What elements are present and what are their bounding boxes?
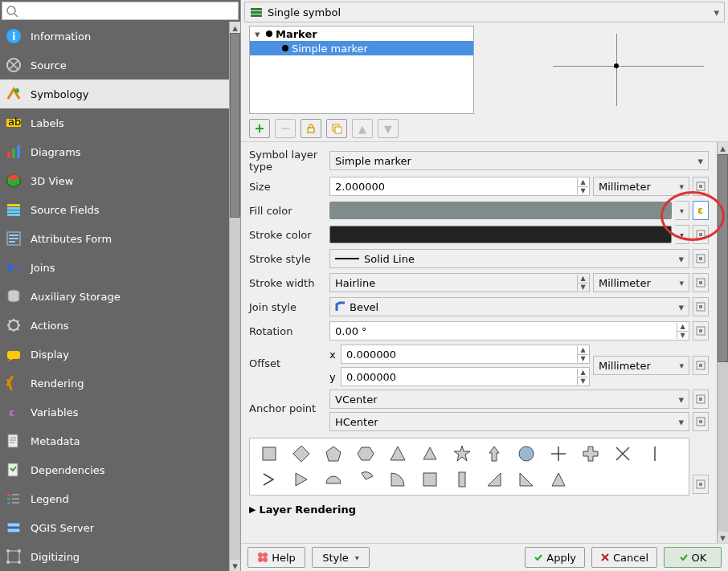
sidebar-item-labels[interactable]: abcLabels xyxy=(0,108,229,137)
lock-layer-button[interactable] xyxy=(301,119,321,138)
shape-arrowhead-fill[interactable] xyxy=(290,469,313,490)
sidebar-search[interactable] xyxy=(2,2,239,20)
fill-color-data-defined-button[interactable]: ε xyxy=(693,201,709,220)
search-input[interactable] xyxy=(18,5,235,17)
svg-rect-71 xyxy=(699,364,702,367)
move-down-button[interactable]: ▼ xyxy=(378,119,399,138)
ok-button[interactable]: OK xyxy=(664,547,722,568)
shape-triangle[interactable] xyxy=(386,443,409,464)
shape-circle-selected[interactable] xyxy=(515,443,538,464)
svg-rect-35 xyxy=(7,494,10,496)
add-layer-button[interactable] xyxy=(249,119,270,138)
stroke-style-select[interactable]: Solid Line▾ xyxy=(329,249,689,268)
shape-cross[interactable] xyxy=(547,443,570,464)
shape-pentagon[interactable] xyxy=(322,443,345,464)
anchor-h-select[interactable]: HCenter▾ xyxy=(329,412,689,431)
display-icon xyxy=(5,345,22,363)
help-button[interactable]: Help xyxy=(247,547,305,568)
shape-halfsquare[interactable] xyxy=(451,469,473,490)
stroke-color-dropdown[interactable]: ▾ xyxy=(675,225,689,244)
rotation-spin[interactable]: 0.00 ° ▲▼ xyxy=(329,321,689,341)
spin-buttons[interactable]: ▲▼ xyxy=(577,369,588,385)
tree-row-simple-marker[interactable]: Simple marker xyxy=(250,41,473,55)
shape-diag-half[interactable] xyxy=(483,469,505,490)
shape-line[interactable] xyxy=(644,443,666,464)
sidebar-item-auxiliary-storage[interactable]: Auxiliary Storage xyxy=(0,282,229,311)
rotation-data-defined-button[interactable] xyxy=(693,321,709,341)
sidebar-item-actions[interactable]: Actions xyxy=(0,311,229,340)
data-defined-icon xyxy=(695,479,706,490)
sidebar-item-source-fields[interactable]: Source Fields xyxy=(0,195,229,224)
shape-arrowhead[interactable] xyxy=(258,469,280,490)
offset-data-defined-button[interactable] xyxy=(693,356,709,375)
shape-quartersquare[interactable] xyxy=(419,469,441,490)
spin-buttons[interactable]: ▲▼ xyxy=(577,275,588,291)
remove-layer-button[interactable] xyxy=(275,119,296,138)
size-unit-select[interactable]: Millimeter▾ xyxy=(593,177,689,196)
properties-scrollbar[interactable]: ▴ ▾ xyxy=(717,142,728,543)
bevel-icon xyxy=(335,301,346,312)
join-style-data-defined-button[interactable] xyxy=(693,297,709,316)
shape-quartercircle[interactable] xyxy=(386,469,409,490)
size-spin[interactable]: 2.000000 ▲▼ xyxy=(329,177,590,196)
sidebar-item-attributes-form[interactable]: Attributes Form xyxy=(0,224,229,253)
stroke-style-data-defined-button[interactable] xyxy=(693,249,709,268)
sidebar-item-metadata[interactable]: Metadata xyxy=(0,426,229,455)
layer-rendering-toggle[interactable]: ▶ Layer Rendering xyxy=(249,504,709,516)
sidebar-item-digitizing[interactable]: Digitizing xyxy=(0,542,229,571)
sidebar-scrollbar[interactable]: ▴ ▾ xyxy=(229,22,240,571)
anchor-v-data-defined-button[interactable] xyxy=(693,390,709,409)
sidebar-item-legend[interactable]: Legend xyxy=(0,484,229,513)
size-data-defined-button[interactable] xyxy=(693,177,709,196)
sidebar-item-source[interactable]: Source xyxy=(0,51,229,80)
offset-x-spin[interactable]: 0.000000 ▲▼ xyxy=(341,345,590,364)
sidebar-item-3d-view[interactable]: 3D View xyxy=(0,166,229,195)
duplicate-layer-button[interactable] xyxy=(326,119,347,138)
sidebar-item-dependencies[interactable]: Dependencies xyxy=(0,455,229,484)
stroke-color-data-defined-button[interactable] xyxy=(693,225,709,244)
shape-semicircle[interactable] xyxy=(322,469,345,490)
shape-x[interactable] xyxy=(611,443,634,464)
sidebar-item-rendering[interactable]: Rendering xyxy=(0,369,229,398)
anchor-h-data-defined-button[interactable] xyxy=(693,412,709,431)
shape-hexagon[interactable] xyxy=(354,443,377,464)
symbol-layer-tree[interactable]: ▾ Marker Simple marker xyxy=(249,26,474,114)
style-button[interactable]: Style▾ xyxy=(312,547,370,568)
offset-y-spin[interactable]: 0.000000 ▲▼ xyxy=(341,367,590,386)
shape-cross-fill[interactable] xyxy=(579,443,602,464)
sidebar-item-information[interactable]: iInformation xyxy=(0,22,229,51)
shape-diamond[interactable] xyxy=(290,443,313,464)
spin-buttons[interactable]: ▲▼ xyxy=(577,178,588,194)
sidebar-item-display[interactable]: Display xyxy=(0,340,229,369)
shape-data-defined-button[interactable] xyxy=(693,475,709,494)
symbol-layer-type-select[interactable]: Simple marker▾ xyxy=(329,151,709,170)
stroke-color-button[interactable] xyxy=(329,226,672,243)
stroke-width-spin[interactable]: Hairline ▲▼ xyxy=(329,273,590,292)
stroke-width-data-defined-button[interactable] xyxy=(693,273,709,292)
shape-star[interactable] xyxy=(451,443,473,464)
apply-button[interactable]: Apply xyxy=(525,547,585,568)
move-up-button[interactable]: ▲ xyxy=(352,119,373,138)
sidebar-item-qgis-server[interactable]: QGIS Server xyxy=(0,513,229,542)
join-style-select[interactable]: Bevel▾ xyxy=(329,297,689,316)
spin-buttons[interactable]: ▲▼ xyxy=(677,323,688,339)
shape-square[interactable] xyxy=(258,443,280,464)
shape-thirdcircle[interactable] xyxy=(354,469,377,490)
shape-arrow[interactable] xyxy=(483,443,505,464)
shape-left-half[interactable] xyxy=(547,469,570,490)
stroke-width-unit-select[interactable]: Millimeter▾ xyxy=(593,273,689,292)
tree-row-marker[interactable]: ▾ Marker xyxy=(250,27,473,41)
cancel-button[interactable]: Cancel xyxy=(591,547,657,568)
fill-color-button[interactable] xyxy=(329,202,672,219)
sidebar-item-symbology[interactable]: Symbology xyxy=(0,80,229,108)
shape-right-half[interactable] xyxy=(515,469,538,490)
spin-buttons[interactable]: ▲▼ xyxy=(577,346,588,362)
sidebar-item-diagrams[interactable]: Diagrams xyxy=(0,137,229,166)
shape-equilateral[interactable] xyxy=(419,443,441,464)
fill-color-dropdown[interactable]: ▾ xyxy=(675,201,689,220)
sidebar-item-variables[interactable]: εVariables xyxy=(0,398,229,426)
sidebar-item-joins[interactable]: Joins xyxy=(0,253,229,282)
offset-unit-select[interactable]: Millimeter▾ xyxy=(593,356,689,375)
anchor-v-select[interactable]: VCenter▾ xyxy=(329,390,689,409)
renderer-selector[interactable]: Single symbol ▾ xyxy=(244,2,725,22)
